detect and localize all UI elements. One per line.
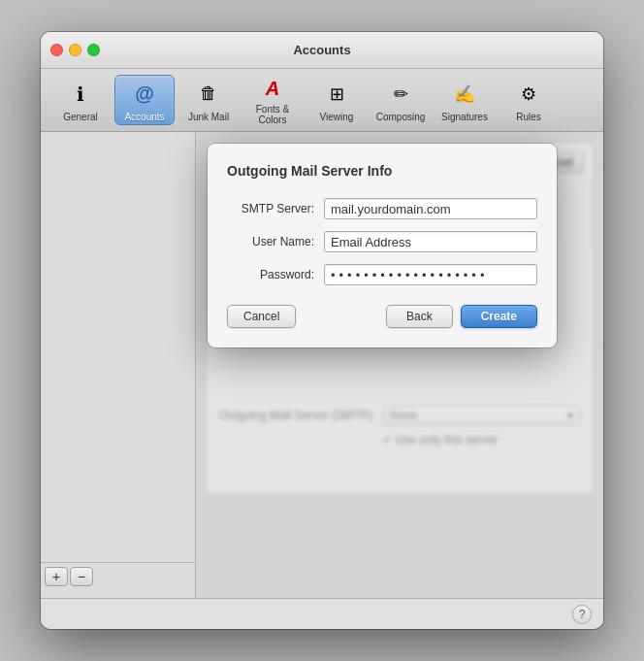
toolbar-label-accounts: Accounts bbox=[124, 112, 164, 122]
toolbar-label-composing: Composing bbox=[376, 112, 426, 122]
toolbar-item-junkmail[interactable]: Junk Mail bbox=[178, 75, 239, 125]
close-button[interactable] bbox=[50, 44, 63, 56]
accounts-icon bbox=[129, 79, 160, 110]
composing-icon bbox=[385, 79, 416, 110]
main-window: Accounts General Accounts Junk Mail Font… bbox=[41, 32, 603, 629]
username-input[interactable] bbox=[324, 231, 537, 252]
username-label: User Name: bbox=[227, 235, 324, 248]
cancel-button[interactable]: Cancel bbox=[227, 305, 296, 328]
smtp-server-input[interactable] bbox=[324, 198, 537, 219]
minimize-button[interactable] bbox=[69, 44, 81, 56]
center-buttons: Back Create bbox=[386, 305, 537, 328]
outgoing-mail-server-dialog: Outgoing Mail Server Info SMTP Server: U… bbox=[208, 144, 557, 347]
sidebar-list bbox=[41, 140, 195, 562]
sidebar-footer: + − bbox=[41, 562, 195, 590]
signatures-icon bbox=[449, 79, 480, 110]
password-input[interactable] bbox=[324, 264, 537, 285]
toolbar-label-rules: Rules bbox=[516, 112, 541, 122]
toolbar: General Accounts Junk Mail Fonts & Color… bbox=[41, 69, 603, 132]
toolbar-item-rules[interactable]: Rules bbox=[499, 75, 559, 125]
toolbar-label-viewing: Viewing bbox=[320, 112, 354, 122]
toolbar-item-fonts[interactable]: Fonts & Colors bbox=[242, 75, 303, 125]
back-button[interactable]: Back bbox=[386, 305, 453, 328]
junkmail-icon bbox=[193, 79, 224, 110]
toolbar-item-accounts[interactable]: Accounts bbox=[114, 75, 175, 125]
remove-account-button[interactable]: − bbox=[70, 567, 93, 586]
help-button[interactable]: ? bbox=[572, 605, 592, 624]
right-panel: Advanced ✓ Enable this account Account T… bbox=[196, 132, 603, 598]
titlebar: Accounts bbox=[41, 32, 603, 69]
fonts-icon bbox=[257, 75, 288, 102]
toolbar-item-signatures[interactable]: Signatures bbox=[435, 75, 495, 125]
modal-title: Outgoing Mail Server Info bbox=[227, 163, 537, 179]
sidebar: + − bbox=[41, 132, 196, 598]
smtp-server-label: SMTP Server: bbox=[227, 202, 324, 215]
modal-overlay: Outgoing Mail Server Info SMTP Server: U… bbox=[196, 132, 603, 598]
toolbar-item-general[interactable]: General bbox=[50, 75, 111, 125]
viewing-icon bbox=[321, 79, 352, 110]
maximize-button[interactable] bbox=[87, 44, 100, 56]
toolbar-label-junkmail: Junk Mail bbox=[188, 112, 229, 122]
username-row: User Name: bbox=[227, 231, 537, 252]
password-row: Password: bbox=[227, 264, 537, 285]
bottom-bar: ? bbox=[41, 598, 603, 629]
toolbar-label-fonts: Fonts & Colors bbox=[242, 104, 303, 125]
general-icon bbox=[65, 79, 96, 110]
toolbar-label-general: General bbox=[63, 112, 98, 122]
create-button[interactable]: Create bbox=[461, 305, 537, 328]
password-label: Password: bbox=[227, 268, 324, 281]
add-account-button[interactable]: + bbox=[45, 567, 68, 586]
rules-icon bbox=[513, 79, 544, 110]
window-title: Accounts bbox=[293, 43, 350, 57]
toolbar-item-composing[interactable]: Composing bbox=[370, 75, 431, 125]
toolbar-item-viewing[interactable]: Viewing bbox=[306, 75, 367, 125]
window-controls bbox=[50, 44, 100, 56]
smtp-server-row: SMTP Server: bbox=[227, 198, 537, 219]
main-content: + − Advanced ✓ Enable this account bbox=[41, 132, 603, 598]
toolbar-label-signatures: Signatures bbox=[441, 112, 488, 122]
modal-buttons: Cancel Back Create bbox=[227, 305, 537, 328]
